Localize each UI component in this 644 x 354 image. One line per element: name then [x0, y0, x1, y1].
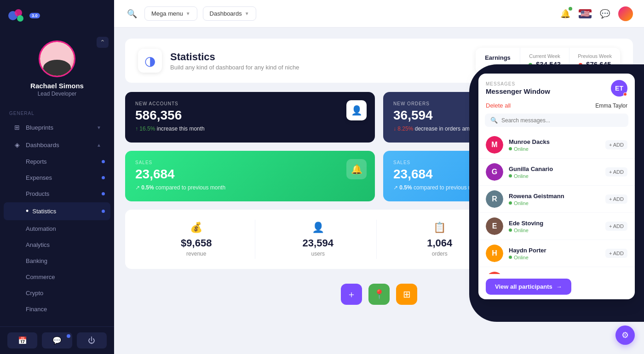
- contact-avatar: M: [486, 136, 503, 154]
- recipient-name: Emma Taylor: [595, 103, 627, 109]
- statistics-icon: ◑: [144, 53, 155, 69]
- user-avatar[interactable]: [618, 6, 633, 21]
- sidebar-item-label: Statistics: [32, 208, 56, 215]
- chat-button[interactable]: 💬: [42, 332, 72, 348]
- table-action-button[interactable]: ⊞: [396, 284, 417, 305]
- sidebar-item-commerce[interactable]: Commerce: [4, 269, 110, 285]
- power-button[interactable]: ⏻: [77, 332, 107, 348]
- avatar-placeholder: G: [486, 163, 503, 181]
- sidebar-item-products[interactable]: Products: [4, 186, 110, 201]
- online-status: Online: [509, 228, 600, 233]
- contact-avatar: E: [486, 217, 503, 235]
- messenger-avatar-initials: ET: [615, 85, 623, 92]
- add-contact-button[interactable]: + ADD: [605, 222, 627, 231]
- notifications-button[interactable]: 🔔: [558, 7, 572, 21]
- svg-point-2: [17, 15, 23, 22]
- page-title: Statistics: [170, 51, 299, 63]
- sidebar-item-label: Products: [26, 190, 49, 197]
- online-status: Online: [509, 255, 600, 260]
- avatar-placeholder: H: [486, 245, 503, 262]
- avatar-placeholder: E: [486, 217, 503, 235]
- sidebar-item-crypto[interactable]: Crypto: [4, 285, 110, 301]
- bell-icon: 🔔: [351, 164, 362, 175]
- delete-all-button[interactable]: Delete all: [486, 102, 511, 109]
- sidebar-item-dashboards[interactable]: ◈ Dashboards ▲: [4, 137, 110, 153]
- up-arrow-icon: ↑: [135, 126, 138, 132]
- header-text: Statistics Build any kind of dashboard f…: [170, 51, 299, 71]
- contact-avatar: R: [486, 272, 503, 274]
- contact-item: R Rueben Hays Online + ADD: [478, 267, 635, 274]
- online-status: Online: [509, 200, 600, 206]
- messenger-search-bar[interactable]: 🔍: [485, 114, 628, 127]
- sidebar-profile: ⌃ Rachael Simons Lead Developer: [0, 28, 114, 104]
- sidebar-item-finance[interactable]: Finance: [4, 302, 110, 317]
- stat-label: NEW ACCOUNTS: [135, 101, 365, 106]
- messenger-notification-dot: [623, 92, 627, 96]
- mega-menu-button[interactable]: Mega menu ▼: [144, 6, 197, 21]
- sidebar-item-blueprints[interactable]: ⊞ Blueprints ▼: [4, 119, 110, 136]
- sidebar-item-banking[interactable]: Banking: [4, 253, 110, 268]
- revenue-icon: 💰: [190, 222, 202, 234]
- contact-item: E Ede Stoving Online + ADD: [478, 213, 635, 240]
- sidebar-section-general: GENERAL: [0, 104, 114, 119]
- header-icon-box: ◑: [138, 49, 162, 73]
- messenger-search-input[interactable]: [501, 117, 623, 124]
- sidebar-item-analytics[interactable]: Analytics: [4, 237, 110, 252]
- messenger-actions-row: Delete all Emma Taylor: [478, 100, 635, 114]
- avatar-placeholder: R: [486, 190, 503, 208]
- chat-badge: [67, 334, 70, 338]
- content-area: ◑ Statistics Build any kind of dashboard…: [114, 28, 644, 354]
- neutral-arrow-icon: ↗: [135, 184, 140, 191]
- sidebar-collapse-button[interactable]: ⌃: [97, 37, 109, 48]
- settings-fab-button[interactable]: ⚙: [615, 325, 635, 345]
- sidebar-item-label: Commerce: [26, 274, 55, 280]
- app-version: 3.0: [29, 13, 40, 18]
- topnav-right-actions: 🔔 🇺🇸 💬: [558, 6, 633, 21]
- current-week-label: Current Week: [529, 53, 561, 59]
- down-arrow-icon: ↓: [393, 126, 396, 132]
- online-status: Online: [509, 146, 600, 152]
- sidebar-item-statistics[interactable]: Statistics: [4, 202, 110, 220]
- messages-button[interactable]: 💬: [598, 7, 612, 21]
- neutral-arrow-icon2: ↗: [393, 184, 398, 191]
- contact-avatar: G: [486, 163, 503, 181]
- sidebar-item-label: Blueprints: [26, 124, 53, 131]
- add-contact-button[interactable]: + ADD: [605, 167, 627, 177]
- dashboards-label: Dashboards: [210, 10, 242, 17]
- contact-name: Munroe Dacks: [509, 138, 600, 145]
- sidebar-item-label: Expenses: [26, 174, 52, 181]
- messenger-avatar[interactable]: ET: [611, 80, 627, 97]
- view-all-participants-button[interactable]: View all participants →: [486, 279, 571, 295]
- location-action-button[interactable]: 📍: [368, 284, 390, 305]
- metric-users: 👤 23,594 users: [260, 220, 377, 259]
- sidebar-role: Lead Developer: [38, 91, 77, 97]
- contact-info: Ede Stoving Online: [509, 220, 600, 233]
- chevron-up-icon: ▲: [97, 143, 101, 148]
- contact-name: Gunilla Canario: [509, 166, 600, 172]
- stat-change: ↑ 16.5% increase this month: [135, 126, 365, 132]
- metric-value-users: 23,594: [303, 237, 334, 249]
- sidebar-item-automation[interactable]: Automation: [4, 221, 110, 236]
- add-contact-button[interactable]: + ADD: [605, 140, 627, 149]
- contact-info: Haydn Porter Online: [509, 247, 600, 260]
- dashboards-button[interactable]: Dashboards ▼: [203, 6, 256, 21]
- sidebar-item-reports[interactable]: Reports: [4, 154, 110, 169]
- dashboards-chevron: ▼: [245, 11, 249, 16]
- sidebar-item-expenses[interactable]: Expenses: [4, 170, 110, 185]
- page-subtitle: Build any kind of dashboard for any kind…: [170, 64, 299, 71]
- contact-info: Rowena Geistmann Online: [509, 193, 600, 206]
- calendar-button[interactable]: 📅: [7, 332, 37, 348]
- contact-info: Rueben Hays Online: [509, 274, 600, 274]
- contact-avatar: R: [486, 190, 503, 208]
- contact-item: G Gunilla Canario Online + ADD: [478, 159, 635, 186]
- sidebar-item-label: Crypto: [26, 290, 43, 297]
- add-contact-button[interactable]: + ADD: [605, 194, 627, 204]
- add-action-button[interactable]: ＋: [341, 284, 362, 305]
- search-button[interactable]: 🔍: [125, 7, 139, 21]
- language-flag[interactable]: 🇺🇸: [579, 9, 592, 18]
- users-icon: 👤: [312, 222, 324, 234]
- avatar-image: [40, 42, 74, 76]
- metric-label-users: users: [311, 251, 325, 257]
- messenger-header: MESSAGES Messenger Window ET: [478, 74, 635, 100]
- add-contact-button[interactable]: + ADD: [605, 249, 627, 258]
